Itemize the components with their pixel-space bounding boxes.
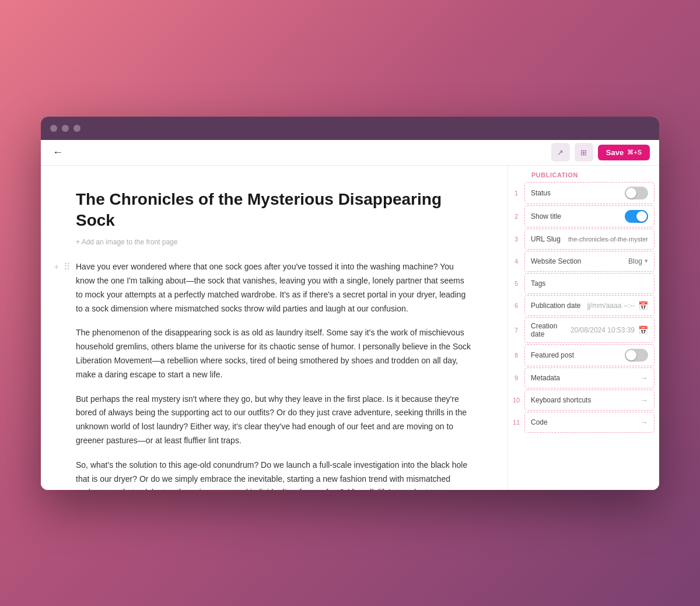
tags-label: Tags bbox=[531, 279, 561, 288]
content-area: The Chronicles of the Mysterious Disappe… bbox=[41, 166, 659, 490]
row-num-11: 11 bbox=[508, 419, 524, 426]
show-title-label: Show title bbox=[531, 212, 625, 220]
sidebar-row-status: 1 Status bbox=[508, 182, 659, 204]
traffic-light-close[interactable] bbox=[50, 125, 57, 132]
pub-date-label: Publication date bbox=[531, 302, 587, 310]
pub-date-card: Publication date jj/mm/aaaa --:-- 📅 bbox=[524, 295, 654, 316]
status-label: Status bbox=[531, 189, 625, 197]
website-section-label: Website Section bbox=[531, 257, 628, 265]
code-label: Code bbox=[531, 418, 640, 426]
website-section-card: Website Section Blog ▾ bbox=[524, 251, 654, 272]
article-title[interactable]: The Chronicles of the Mysterious Disappe… bbox=[76, 189, 473, 232]
toolbar: ← ↗ ⊞ Save ⌘+S bbox=[41, 140, 659, 166]
creation-date-display[interactable]: 20/08/2024 10:53:39 📅 bbox=[570, 325, 648, 335]
keyboard-shortcuts-label: Keyboard shortcuts bbox=[531, 396, 640, 404]
tags-card: Tags bbox=[524, 273, 654, 294]
paragraph-1[interactable]: Have you ever wondered where that one so… bbox=[76, 260, 473, 316]
sidebar-row-tags: 5 Tags bbox=[508, 273, 659, 294]
toolbar-right: ↗ ⊞ Save ⌘+S bbox=[551, 143, 650, 162]
featured-label: Featured post bbox=[531, 351, 625, 359]
status-card: Status bbox=[524, 182, 654, 204]
sidebar-row-code: 11 Code → bbox=[508, 412, 659, 433]
status-toggle-knob bbox=[626, 188, 636, 198]
paragraph-4[interactable]: So, what's the solution to this age-old … bbox=[76, 458, 473, 490]
sidebar-row-keyboard-shortcuts: 10 Keyboard shortcuts → bbox=[508, 390, 659, 411]
sidebar-row-creation-date: 7 Creation date 20/08/2024 10:53:39 📅 bbox=[508, 317, 659, 343]
keyboard-shortcuts-card[interactable]: Keyboard shortcuts → bbox=[524, 390, 654, 411]
grid-button[interactable]: ⊞ bbox=[575, 143, 593, 162]
pub-date-value: jj/mm/aaaa --:-- bbox=[587, 302, 635, 310]
editor-panel: The Chronicles of the Mysterious Disappe… bbox=[41, 166, 508, 490]
article-body: + ⠿ Have you ever wondered where that on… bbox=[76, 260, 473, 489]
chevron-down-icon: ▾ bbox=[645, 257, 648, 265]
url-slug-value[interactable]: the-chronicles-of-the-myster bbox=[568, 236, 648, 243]
row-num-3: 3 bbox=[508, 236, 524, 243]
main-window: ← ↗ ⊞ Save ⌘+S The Chronicles of the Mys… bbox=[41, 117, 659, 490]
sidebar-row-url-slug: 3 URL Slug the-chronicles-of-the-myster bbox=[508, 229, 659, 250]
row-num-8: 8 bbox=[508, 352, 524, 359]
paragraph-3[interactable]: But perhaps the real mystery isn't where… bbox=[76, 393, 473, 448]
sidebar-row-featured: 8 Featured post bbox=[508, 344, 659, 366]
url-slug-label: URL Slug bbox=[531, 235, 568, 243]
grid-icon: ⊞ bbox=[580, 148, 587, 157]
code-card[interactable]: Code → bbox=[524, 412, 654, 433]
featured-toggle-knob bbox=[626, 350, 636, 360]
show-title-toggle[interactable] bbox=[625, 210, 648, 223]
code-arrow-icon: → bbox=[640, 418, 648, 427]
url-slug-card: URL Slug the-chronicles-of-the-myster bbox=[524, 229, 654, 250]
sidebar-row-metadata: 9 Metadata → bbox=[508, 367, 659, 388]
sidebar-row-website-section: 4 Website Section Blog ▾ bbox=[508, 251, 659, 272]
calendar-icon: 📅 bbox=[638, 301, 648, 310]
traffic-light-maximize[interactable] bbox=[74, 125, 80, 132]
save-button[interactable]: Save ⌘+S bbox=[598, 145, 650, 160]
row-num-5: 5 bbox=[508, 280, 524, 287]
metadata-card[interactable]: Metadata → bbox=[524, 367, 654, 388]
metadata-label: Metadata bbox=[531, 374, 640, 382]
save-shortcut: ⌘+S bbox=[627, 149, 642, 156]
tags-input[interactable] bbox=[561, 279, 648, 288]
row-num-1: 1 bbox=[508, 190, 524, 197]
row-num-9: 9 bbox=[508, 374, 524, 381]
featured-toggle[interactable] bbox=[625, 349, 648, 362]
status-toggle[interactable] bbox=[625, 187, 648, 199]
website-section-value: Blog bbox=[628, 257, 642, 265]
paragraph-wrapper-1: + ⠿ Have you ever wondered where that on… bbox=[76, 260, 473, 316]
titlebar bbox=[41, 117, 659, 140]
row-num-4: 4 bbox=[508, 258, 524, 265]
row-num-7: 7 bbox=[508, 327, 524, 334]
add-block-button[interactable]: + bbox=[52, 261, 60, 273]
show-title-card: Show title bbox=[524, 205, 654, 227]
creation-date-value: 20/08/2024 10:53:39 bbox=[570, 326, 635, 334]
featured-card: Featured post bbox=[524, 344, 654, 366]
paragraph-controls: + ⠿ bbox=[52, 261, 72, 273]
creation-date-card: Creation date 20/08/2024 10:53:39 📅 bbox=[524, 317, 654, 343]
pub-date-display[interactable]: jj/mm/aaaa --:-- 📅 bbox=[587, 301, 648, 310]
paragraph-2[interactable]: The phenomenon of the disappearing sock … bbox=[76, 326, 473, 381]
sidebar-row-show-title: 2 Show title bbox=[508, 205, 659, 227]
traffic-lights bbox=[50, 125, 80, 132]
add-image-hint[interactable]: + Add an image to the front page bbox=[76, 238, 473, 246]
website-section-select[interactable]: Blog ▾ bbox=[628, 257, 648, 265]
show-title-toggle-knob bbox=[636, 211, 647, 222]
row-num-6: 6 bbox=[508, 302, 524, 309]
row-num-2: 2 bbox=[508, 213, 524, 220]
metadata-arrow-icon: → bbox=[640, 373, 648, 383]
toolbar-left: ← bbox=[50, 144, 65, 161]
external-link-icon: ↗ bbox=[557, 148, 564, 157]
sidebar-row-pub-date: 6 Publication date jj/mm/aaaa --:-- 📅 bbox=[508, 295, 659, 316]
external-link-button[interactable]: ↗ bbox=[551, 143, 570, 162]
creation-date-label: Creation date bbox=[531, 322, 570, 338]
traffic-light-minimize[interactable] bbox=[62, 125, 69, 132]
keyboard-shortcuts-arrow-icon: → bbox=[640, 395, 648, 405]
sidebar-panel: Publication 1 Status 2 Show title bbox=[508, 166, 659, 490]
creation-calendar-icon: 📅 bbox=[638, 325, 648, 335]
publication-section-label: Publication bbox=[524, 169, 659, 181]
save-label: Save bbox=[606, 148, 624, 157]
row-num-10: 10 bbox=[508, 397, 524, 404]
drag-handle-button[interactable]: ⠿ bbox=[62, 261, 72, 273]
back-button[interactable]: ← bbox=[50, 144, 65, 161]
